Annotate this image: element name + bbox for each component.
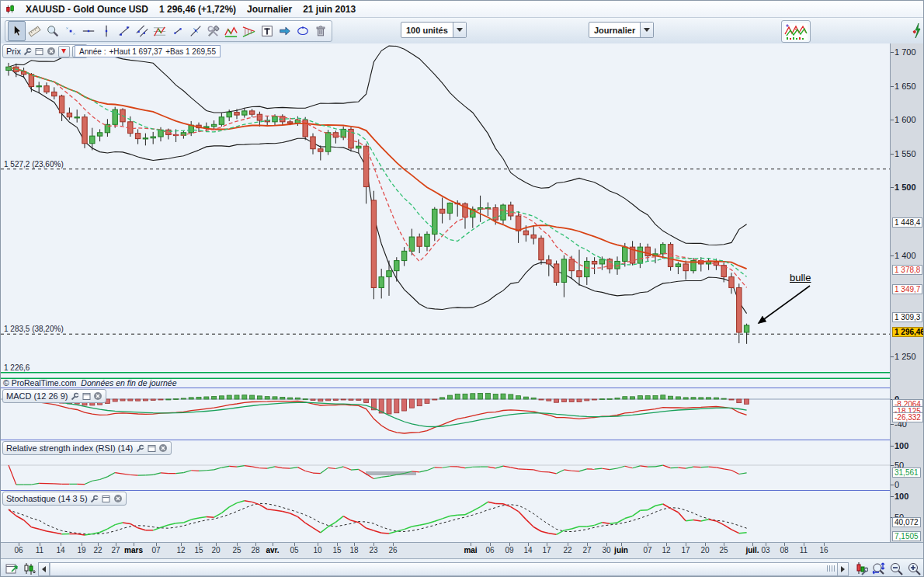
tool-text-note-button[interactable]	[258, 21, 276, 41]
macd-panel-header[interactable]: MACD (12 26 9)	[2, 389, 106, 403]
time-axis-label: 25	[719, 546, 728, 554]
tool-bisector-line-button[interactable]	[186, 21, 204, 41]
chart-style-icon	[784, 23, 808, 40]
tool-point-button[interactable]	[61, 21, 79, 41]
units-dropdown-button[interactable]	[453, 23, 466, 37]
tool-zigzag-pattern-button[interactable]	[222, 21, 240, 41]
time-axis-label: juin	[614, 546, 628, 554]
tool-fibonacci-retracement-button[interactable]	[151, 21, 168, 41]
macd-chart-canvas[interactable]	[1, 388, 890, 440]
tool-eraser-button[interactable]	[311, 21, 329, 41]
chart-annotation-text[interactable]: bulle	[790, 272, 811, 283]
settings-wrench-icon[interactable]	[90, 494, 99, 503]
price-scale-label: 1 700	[894, 47, 916, 57]
chart-options-icon[interactable]	[853, 561, 869, 577]
new-window-icon[interactable]	[102, 494, 111, 503]
time-scrollbar[interactable]	[38, 562, 849, 576]
axis-tick-mark	[891, 255, 894, 256]
copyright-notice: © ProRealTime.comDonnées en fin de journ…	[3, 378, 176, 388]
tool-buttons-group	[5, 20, 332, 42]
date-label: 21 juin 2013	[303, 4, 356, 15]
time-axis-label: 07	[151, 546, 160, 554]
timeframe-dropdown-button[interactable]	[640, 23, 653, 37]
new-window-icon[interactable]	[147, 443, 156, 453]
tool-parallel-lines-button[interactable]	[133, 21, 151, 41]
zoom-out-icon[interactable]	[888, 561, 905, 577]
price-panel-title: Prix	[6, 47, 21, 56]
time-axis[interactable]: 061114192227mars071215202528avr.05101518…	[1, 542, 924, 558]
fibonacci-level-label: 1 527,2 (23,60%)	[4, 160, 64, 169]
export-chart-icon[interactable]	[4, 561, 20, 577]
data-stream-button[interactable]	[912, 21, 923, 40]
stochastic-chart-canvas[interactable]	[1, 491, 890, 541]
time-axis-label: 23	[369, 546, 377, 554]
tool-vertical-line-button[interactable]	[97, 21, 115, 41]
tool-triangle-pattern-button[interactable]	[240, 21, 258, 41]
price-scale-label: 1 500	[894, 182, 916, 192]
settings-wrench-icon[interactable]	[23, 47, 33, 56]
axis-tick-mark	[891, 485, 894, 485]
tool-segment-button[interactable]	[168, 21, 186, 41]
time-axis-label: 06	[14, 546, 23, 554]
fibonacci-level-label: 1 283,5 (38,20%)	[4, 325, 64, 333]
tool-ellipse-button[interactable]	[294, 21, 311, 41]
units-dropdown[interactable]: 100 unités	[401, 22, 467, 38]
time-axis-label: 17	[681, 546, 690, 554]
time-axis-label: 14	[523, 546, 532, 554]
tool-measure-button[interactable]	[26, 21, 43, 41]
time-axis-label: mai	[464, 546, 477, 554]
timeframe-dropdown[interactable]: Journalier	[589, 22, 654, 38]
price-scale-label: 1 650	[894, 82, 916, 91]
time-axis-label: 27	[582, 546, 591, 554]
chart-display-icon[interactable]	[22, 561, 38, 577]
tool-horizontal-line-button[interactable]	[79, 21, 97, 41]
close-icon[interactable]	[47, 47, 56, 56]
year-low: +Bas 1 269,55	[165, 47, 216, 56]
scroll-right-button[interactable]	[837, 563, 848, 575]
zoom-fit-icon[interactable]	[870, 561, 887, 577]
close-icon[interactable]	[93, 391, 102, 401]
scroll-left-button[interactable]	[39, 563, 50, 575]
price-chart-canvas[interactable]	[1, 43, 890, 387]
tool-oblique-line-button[interactable]	[115, 21, 133, 41]
stoch-value-label: 7,1505	[892, 531, 921, 541]
last-price-and-change: 1 296,46 (+1,72%)	[159, 4, 236, 15]
time-axis-label: 07	[643, 546, 651, 554]
settings-wrench-icon[interactable]	[135, 443, 144, 453]
macd-value-label: -26,332	[892, 412, 923, 422]
chart-style-button[interactable]	[781, 20, 811, 43]
stochastic-panel-header[interactable]: Stochastique (14 3 5)	[2, 492, 127, 506]
settings-wrench-icon[interactable]	[70, 391, 79, 401]
stochastic-panel-title: Stochastique (14 3 5)	[6, 494, 88, 503]
zoom-in-icon[interactable]	[906, 561, 922, 577]
new-window-icon[interactable]	[35, 47, 44, 56]
scrollbar-grip[interactable]	[827, 565, 835, 572]
close-icon[interactable]	[158, 443, 168, 453]
time-axis-label: 25	[232, 546, 241, 554]
tool-arrow-button[interactable]	[276, 21, 294, 41]
time-axis-label: 11	[36, 546, 43, 554]
time-axis-label: 28	[251, 546, 259, 554]
scrollbar-thumb[interactable]	[50, 563, 837, 575]
indicator-value-label: 1 378,8	[892, 265, 922, 275]
time-axis-label: 12	[176, 546, 185, 554]
time-axis-label: 15	[194, 546, 203, 554]
tool-cursor-button[interactable]	[8, 21, 26, 41]
indicator-value-label: 1 309,3	[892, 312, 922, 322]
tool-drawing-tools-button[interactable]	[204, 21, 222, 41]
timeframe-value: Journalier	[589, 26, 640, 35]
price-axis-column[interactable]: 1 7001 6501 6001 5501 5001 4001 2501 448…	[890, 43, 924, 542]
tool-magnifier-button[interactable]	[43, 21, 61, 41]
close-icon[interactable]	[113, 494, 123, 503]
new-window-icon[interactable]	[82, 391, 91, 401]
axis-tick-mark	[891, 424, 894, 425]
time-axis-label: 15	[332, 546, 341, 554]
time-axis-label: 18	[349, 546, 358, 554]
time-axis-label: 10	[313, 546, 321, 554]
time-axis-label: 14	[56, 546, 64, 554]
prorealtime-window: XAUUSD - Gold Ounce USD 1 296,46 (+1,72%…	[0, 0, 924, 577]
rsi-panel-header[interactable]: Relative strength index (RSI) (14)	[2, 441, 172, 455]
axis-tick-mark	[891, 86, 894, 87]
time-axis-label: juil.	[745, 546, 759, 554]
scale-down-button[interactable]	[58, 46, 70, 57]
